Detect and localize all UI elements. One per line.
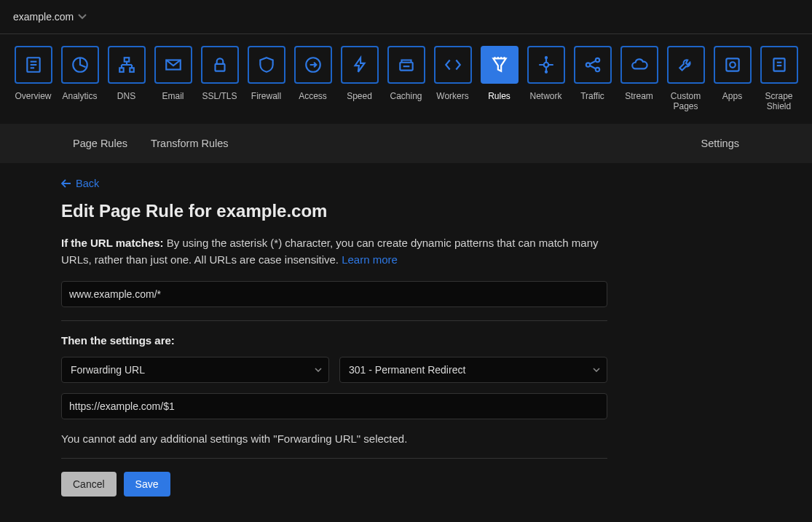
nav-label: Workers bbox=[436, 91, 468, 101]
nav-item-network[interactable]: Network bbox=[526, 46, 567, 112]
main-nav: Overview Analytics DNS Email SSL/TLS Fir… bbox=[0, 34, 812, 112]
svg-rect-29 bbox=[726, 58, 738, 71]
svg-point-21 bbox=[543, 63, 548, 68]
nav-label: Firewall bbox=[251, 91, 281, 101]
cancel-button[interactable]: Cancel bbox=[61, 472, 117, 497]
setting-type-value: Forwarding URL bbox=[71, 364, 145, 376]
shield-icon bbox=[257, 55, 276, 74]
nav-item-ssl[interactable]: SSL/TLS bbox=[200, 46, 240, 112]
network-icon bbox=[537, 55, 556, 74]
divider bbox=[61, 320, 607, 321]
url-pattern-input[interactable] bbox=[61, 281, 607, 307]
nav-label: Traffic bbox=[580, 91, 604, 101]
svg-line-27 bbox=[589, 61, 596, 64]
nav-item-email[interactable]: Email bbox=[153, 46, 194, 112]
top-bar: example.com bbox=[0, 0, 812, 34]
svg-line-28 bbox=[589, 66, 596, 68]
nav-item-overview[interactable]: Overview bbox=[13, 46, 54, 112]
sub-nav: Page Rules Transform Rules Settings bbox=[0, 124, 812, 163]
svg-point-23 bbox=[545, 71, 546, 73]
svg-rect-7 bbox=[130, 68, 133, 71]
url-match-description: If the URL matches: By using the asteris… bbox=[61, 234, 607, 269]
nav-label: Overview bbox=[15, 91, 51, 101]
bolt-icon bbox=[350, 55, 369, 74]
wrench-icon bbox=[677, 55, 695, 74]
nav-item-scrape-shield[interactable]: Scrape Shield bbox=[759, 46, 800, 112]
domain-selector[interactable]: example.com bbox=[13, 11, 87, 23]
dns-icon bbox=[117, 55, 136, 74]
workers-icon bbox=[444, 55, 462, 74]
scrape-icon bbox=[770, 55, 789, 74]
subnav-transform-rules[interactable]: Transform Rules bbox=[151, 138, 229, 149]
forwarding-note: You cannot add any additional settings w… bbox=[61, 432, 607, 445]
nav-label: SSL/TLS bbox=[202, 91, 237, 101]
save-button[interactable]: Save bbox=[124, 472, 170, 497]
nav-item-custom-pages[interactable]: Custom Pages bbox=[666, 46, 706, 112]
divider bbox=[61, 458, 607, 459]
redirect-type-value: 301 - Permanent Redirect bbox=[349, 364, 465, 376]
back-link[interactable]: Back bbox=[61, 178, 99, 189]
nav-label: Network bbox=[529, 91, 561, 101]
redirect-type-select[interactable]: 301 - Permanent Redirect bbox=[339, 357, 607, 383]
caching-icon bbox=[397, 55, 416, 74]
destination-url-input[interactable] bbox=[61, 393, 607, 419]
nav-item-caching[interactable]: Caching bbox=[386, 46, 427, 112]
nav-label: DNS bbox=[117, 91, 135, 101]
arrow-left-icon bbox=[61, 179, 71, 188]
nav-item-firewall[interactable]: Firewall bbox=[246, 46, 287, 112]
nav-item-rules[interactable]: Rules bbox=[479, 46, 520, 112]
nav-item-stream[interactable]: Stream bbox=[619, 46, 660, 112]
nav-label: Caching bbox=[390, 91, 422, 101]
nav-label: Rules bbox=[488, 91, 511, 101]
nav-label: Stream bbox=[625, 91, 653, 101]
lock-icon bbox=[210, 55, 229, 74]
nav-item-access[interactable]: Access bbox=[293, 46, 334, 112]
svg-point-30 bbox=[730, 62, 736, 68]
cloud-icon bbox=[630, 55, 649, 74]
traffic-icon bbox=[583, 55, 602, 74]
nav-item-workers[interactable]: Workers bbox=[433, 46, 473, 112]
rules-icon bbox=[490, 55, 509, 74]
svg-rect-5 bbox=[124, 58, 129, 61]
url-match-label: If the URL matches: bbox=[61, 237, 164, 249]
overview-icon bbox=[24, 55, 43, 74]
page-title: Edit Page Rule for example.com bbox=[61, 201, 607, 221]
nav-item-speed[interactable]: Speed bbox=[339, 46, 380, 112]
analytics-icon bbox=[71, 55, 90, 74]
access-icon bbox=[304, 55, 323, 74]
learn-more-link[interactable]: Learn more bbox=[342, 253, 398, 266]
settings-label: Then the settings are: bbox=[61, 334, 607, 347]
apps-icon bbox=[723, 55, 742, 74]
nav-label: Email bbox=[162, 91, 184, 101]
nav-label: Scrape Shield bbox=[765, 91, 792, 112]
nav-item-dns[interactable]: DNS bbox=[106, 46, 147, 112]
nav-label: Access bbox=[299, 91, 327, 101]
nav-label: Speed bbox=[347, 91, 372, 101]
nav-item-analytics[interactable]: Analytics bbox=[60, 46, 100, 112]
back-label: Back bbox=[76, 178, 99, 189]
nav-item-traffic[interactable]: Traffic bbox=[572, 46, 613, 112]
domain-name: example.com bbox=[13, 11, 74, 23]
subnav-settings[interactable]: Settings bbox=[701, 138, 739, 149]
setting-type-select[interactable]: Forwarding URL bbox=[61, 357, 329, 383]
nav-item-apps[interactable]: Apps bbox=[712, 46, 753, 112]
svg-rect-6 bbox=[119, 68, 123, 71]
nav-label: Analytics bbox=[62, 91, 97, 101]
subnav-page-rules[interactable]: Page Rules bbox=[73, 138, 127, 149]
svg-point-22 bbox=[545, 57, 546, 58]
email-icon bbox=[164, 55, 183, 74]
svg-rect-13 bbox=[215, 64, 224, 71]
chevron-down-icon bbox=[78, 14, 87, 20]
page-content: Back Edit Page Rule for example.com If t… bbox=[61, 163, 607, 497]
nav-label: Apps bbox=[722, 91, 742, 101]
nav-label: Custom Pages bbox=[671, 91, 701, 112]
